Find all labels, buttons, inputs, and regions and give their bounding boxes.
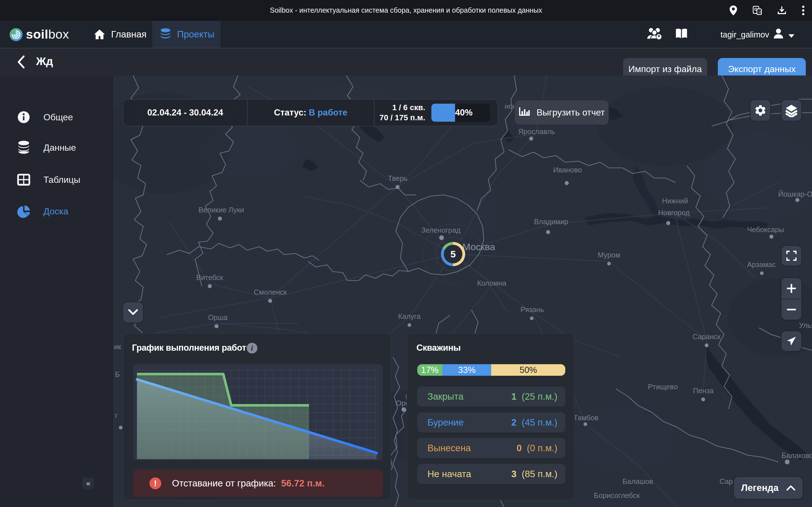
svg-text:Ярославль: Ярославль xyxy=(518,128,555,135)
svg-text:Калуга: Калуга xyxy=(398,313,421,320)
svg-text:Нижний: Нижний xyxy=(662,197,688,205)
svg-text:Арзамас: Арзамас xyxy=(747,261,776,269)
svg-text:Великие Луки: Великие Луки xyxy=(199,206,244,214)
svg-text:Тверь: Тверь xyxy=(388,174,408,182)
svg-text:Зеленоград: Зеленоград xyxy=(421,226,460,234)
svg-text:Иваново: Иваново xyxy=(553,166,582,174)
svg-text:Балаково: Балаково xyxy=(781,452,812,459)
svg-text:Рязань: Рязань xyxy=(520,305,544,314)
svg-text:Йошкар-Ола: Йошкар-Ола xyxy=(778,190,812,198)
svg-text:Муром: Муром xyxy=(598,251,620,259)
svg-text:г: г xyxy=(115,411,117,419)
svg-text:Москва: Москва xyxy=(462,241,495,252)
svg-text:Балашов: Балашов xyxy=(622,477,653,485)
svg-text:Ульяновск: Ульяновск xyxy=(799,321,812,329)
svg-text:Саранск: Саранск xyxy=(693,333,721,341)
svg-text:Коломна: Коломна xyxy=(477,279,507,287)
svg-text:Пенза: Пенза xyxy=(693,387,714,395)
svg-text:Тамбов: Тамбов xyxy=(573,414,599,421)
svg-text:Чебоксары: Чебоксары xyxy=(747,226,784,233)
svg-text:Владимир: Владимир xyxy=(534,218,568,226)
svg-text:Ртищево: Ртищево xyxy=(648,383,678,391)
svg-text:Орша: Орша xyxy=(208,314,228,321)
svg-text:ズ: ズ xyxy=(758,10,762,14)
svg-text:Смоленск: Смоленск xyxy=(254,288,287,296)
svg-text:Новгород: Новгород xyxy=(658,209,690,217)
svg-text:Борисоглебск: Борисоглебск xyxy=(594,492,640,499)
svg-text:Витебск: Витебск xyxy=(196,274,223,281)
svg-text:Б: Б xyxy=(115,371,120,378)
svg-text:ик: ик xyxy=(114,343,121,351)
